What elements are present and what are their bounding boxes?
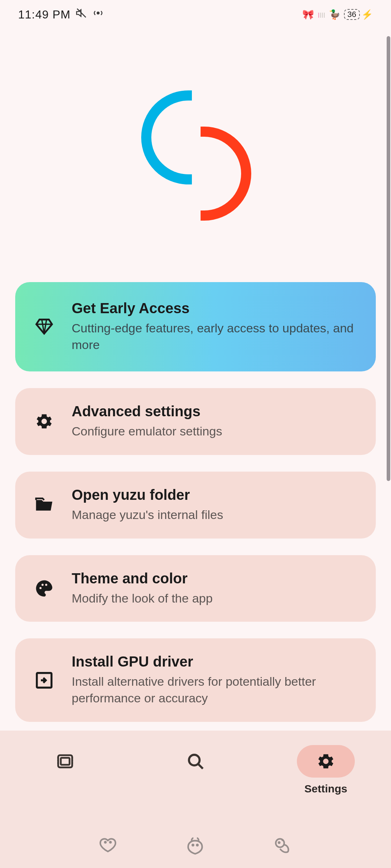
- svg-point-13: [197, 844, 198, 846]
- svg-point-11: [110, 842, 111, 843]
- hotspot-icon: [92, 7, 104, 22]
- card-subtitle: Configure emulator settings: [72, 423, 358, 440]
- install-icon: [33, 669, 55, 691]
- card-text: Open yuzu folder Manage yuzu's internal …: [72, 487, 358, 523]
- signal-icon: ıııı: [318, 9, 325, 20]
- card-title: Open yuzu folder: [72, 487, 358, 503]
- card-subtitle: Install alternative drivers for potentia…: [72, 673, 358, 707]
- bottom-area: Games Search Settings: [0, 731, 391, 868]
- deco-bow-icon: 🎀: [302, 9, 314, 20]
- scrollbar-thumb[interactable]: [387, 36, 390, 481]
- status-time: 11:49 PM: [18, 8, 71, 21]
- card-subtitle: Modify the look of the app: [72, 590, 358, 607]
- system-recents-button[interactable]: [98, 835, 119, 857]
- card-advanced-settings[interactable]: Advanced settings Configure emulator set…: [15, 388, 376, 455]
- yuzu-logo: [138, 90, 253, 221]
- card-text: Get Early Access Cutting-edge features, …: [72, 300, 358, 353]
- status-right: 🎀 ıııı 🦆 36 ⚡: [302, 9, 373, 20]
- diamond-icon: [33, 316, 55, 337]
- card-early-access[interactable]: Get Early Access Cutting-edge features, …: [15, 282, 376, 371]
- status-bar: 11:49 PM 🎀 ıııı 🦆 36 ⚡: [0, 0, 391, 29]
- card-text: Theme and color Modify the look of the a…: [72, 570, 358, 607]
- svg-point-8: [189, 755, 199, 765]
- svg-point-12: [192, 844, 193, 846]
- battery-pct: 36: [344, 9, 360, 20]
- card-theme-color[interactable]: Theme and color Modify the look of the a…: [15, 555, 376, 622]
- battery-indicator: 36 ⚡: [344, 9, 373, 20]
- card-subtitle: Cutting-edge features, early access to u…: [72, 320, 358, 353]
- card-title: Theme and color: [72, 570, 358, 587]
- svg-point-1: [97, 12, 100, 14]
- card-open-folder[interactable]: Open yuzu folder Manage yuzu's internal …: [15, 472, 376, 539]
- settings-card-list: Get Early Access Cutting-edge features, …: [0, 282, 391, 722]
- svg-point-2: [39, 587, 42, 589]
- nav-item-games[interactable]: Games: [1, 745, 130, 795]
- logo-left-half: [141, 90, 192, 184]
- search-icon: [167, 745, 224, 778]
- nav-item-settings[interactable]: Settings: [261, 745, 390, 795]
- mute-icon: [76, 7, 87, 22]
- gear-icon: [297, 745, 355, 778]
- system-home-button[interactable]: [185, 835, 206, 857]
- card-title: Install GPU driver: [72, 654, 358, 670]
- status-left: 11:49 PM: [18, 7, 104, 22]
- svg-point-15: [278, 842, 279, 843]
- charging-icon: ⚡: [361, 9, 373, 20]
- svg-point-10: [105, 842, 106, 843]
- palette-icon: [33, 578, 55, 599]
- nav-item-search[interactable]: Search: [131, 745, 260, 795]
- app-logo-area: [0, 29, 391, 282]
- gear-icon: [33, 410, 55, 432]
- card-title: Get Early Access: [72, 300, 358, 316]
- card-text: Install GPU driver Install alternative d…: [72, 654, 358, 707]
- svg-rect-7: [61, 758, 70, 765]
- card-text: Advanced settings Configure emulator set…: [72, 403, 358, 440]
- deco-duck-icon: 🦆: [329, 9, 340, 20]
- svg-point-3: [42, 584, 44, 586]
- system-nav: [0, 825, 391, 868]
- logo-right-half: [201, 127, 251, 221]
- bottom-nav: Games Search Settings: [0, 731, 391, 825]
- svg-point-4: [45, 584, 47, 586]
- system-back-button[interactable]: [272, 835, 293, 857]
- card-install-gpu-driver[interactable]: Install GPU driver Install alternative d…: [15, 638, 376, 722]
- card-title: Advanced settings: [72, 403, 358, 420]
- svg-line-9: [198, 764, 203, 769]
- card-subtitle: Manage yuzu's internal files: [72, 507, 358, 523]
- cartridge-icon: [36, 745, 94, 778]
- folder-icon: [33, 494, 55, 516]
- nav-label: Settings: [304, 783, 347, 795]
